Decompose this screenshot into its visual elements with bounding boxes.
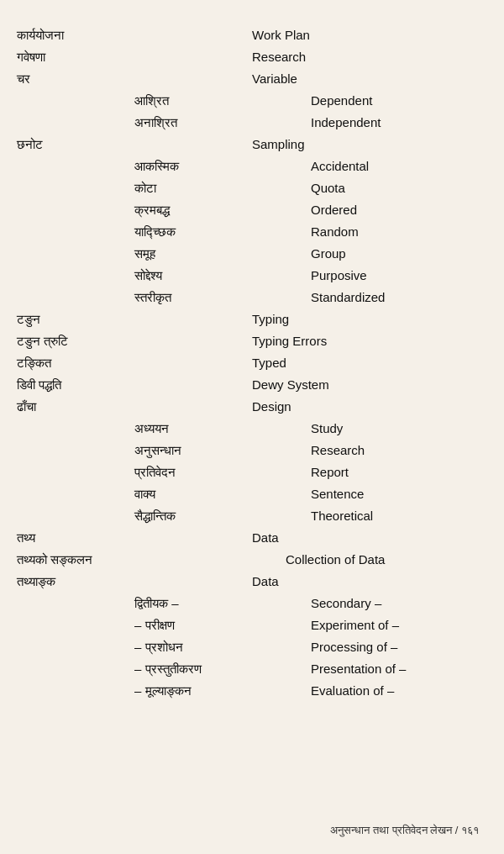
nepali-term: तथ्याङ्क	[17, 572, 168, 592]
english-sub-term: Processing of –	[311, 637, 397, 657]
table-row: – प्रशोधनProcessing of –	[17, 637, 479, 657]
english-sub-term: Sentence	[311, 484, 364, 504]
table-row: टङुन त्रुटिTyping Errors	[17, 331, 479, 351]
table-row: गवेषणाResearch	[17, 47, 479, 67]
table-row: स्तरीकृतStandardized	[17, 287, 479, 308]
footer-text: अनुसन्धान तथा प्रतिवेदन लेखन / १६१	[330, 824, 479, 837]
nepali-term: डिवी पद्धति	[17, 375, 168, 395]
english-term: Typing Errors	[252, 331, 327, 351]
english-term: Typing	[252, 309, 289, 329]
nepali-sub-term: अनुसन्धान	[134, 440, 260, 461]
english-sub-term: Standardized	[311, 287, 385, 308]
english-term: Dewy System	[252, 375, 329, 395]
english-term: Typed	[252, 353, 286, 373]
nepali-term: तथ्य	[17, 528, 168, 548]
nepali-sub-term: याद्च्छिक	[134, 222, 260, 242]
english-term: Variable	[252, 69, 297, 89]
nepali-term: तथ्यको सङ्कलन	[17, 550, 168, 570]
english-term: Design	[252, 397, 291, 417]
table-row: आकस्मिकAccidental	[17, 156, 479, 177]
table-row: सोद्देश्यPurposive	[17, 266, 479, 286]
english-sub-term: Independent	[311, 113, 381, 133]
table-row: अध्ययनStudy	[17, 419, 479, 439]
table-row: द्वितीयक –Secondary –	[17, 593, 479, 614]
english-term: Sampling	[252, 134, 305, 155]
english-sub-term: Research	[311, 440, 365, 461]
table-row: – परीक्षणExperiment of –	[17, 615, 479, 635]
english-sub-term: Evaluation of –	[311, 681, 394, 701]
nepali-sub-term: – प्रशोधन	[134, 637, 260, 657]
table-row: तथ्यData	[17, 528, 479, 548]
nepali-sub-term: – प्रस्तुतीकरण	[134, 659, 260, 679]
table-row: टङ्कितTyped	[17, 353, 479, 373]
table-row: टङुनTyping	[17, 309, 479, 329]
nepali-sub-term: वाक्य	[134, 484, 260, 504]
table-row: याद्च्छिकRandom	[17, 222, 479, 242]
english-sub-term: Presentation of –	[311, 659, 406, 679]
table-row: – मूल्याङ्कनEvaluation of –	[17, 681, 479, 701]
english-term: Collection of Data	[286, 550, 385, 570]
nepali-sub-term: आश्रित	[134, 91, 260, 111]
nepali-sub-term: समूह	[134, 244, 260, 264]
table-row: छनोटSampling	[17, 134, 479, 155]
nepali-sub-term: – मूल्याङ्कन	[134, 681, 260, 701]
table-row: वाक्यSentence	[17, 484, 479, 504]
nepali-term: ढाँचा	[17, 397, 168, 417]
nepali-term: टङुन त्रुटि	[17, 331, 168, 351]
table-row: डिवी पद्धतिDewy System	[17, 375, 479, 395]
english-sub-term: Accidental	[311, 156, 369, 177]
table-row: ढाँचाDesign	[17, 397, 479, 417]
table-row: समूहGroup	[17, 244, 479, 264]
table-row: अनुसन्धानResearch	[17, 440, 479, 461]
english-term: Research	[252, 47, 306, 67]
english-sub-term: Group	[311, 244, 346, 264]
english-sub-term: Dependent	[311, 91, 372, 111]
table-row: तथ्याङ्कData	[17, 572, 479, 592]
table-row: क्रमबद्धOrdered	[17, 200, 479, 220]
nepali-sub-term: द्वितीयक –	[134, 593, 260, 614]
english-term: Data	[252, 528, 279, 548]
nepali-term: गवेषणा	[17, 47, 168, 67]
table-row: तथ्यको सङ्कलनCollection of Data	[17, 550, 479, 570]
nepali-sub-term: क्रमबद्ध	[134, 200, 260, 220]
nepali-term: कार्ययोजना	[17, 25, 168, 45]
english-term: Data	[252, 572, 279, 592]
english-sub-term: Random	[311, 222, 359, 242]
english-sub-term: Quota	[311, 178, 345, 198]
english-sub-term: Purposive	[311, 266, 367, 286]
nepali-sub-term: प्रतिवेदन	[134, 462, 260, 482]
table-row: अनाश्रितIndependent	[17, 113, 479, 133]
english-sub-term: Secondary –	[311, 593, 381, 614]
english-sub-term: Ordered	[311, 200, 357, 220]
nepali-sub-term: स्तरीकृत	[134, 287, 260, 308]
nepali-sub-term: – परीक्षण	[134, 615, 260, 635]
english-sub-term: Report	[311, 462, 349, 482]
nepali-sub-term: आकस्मिक	[134, 156, 260, 177]
table-row: प्रतिवेदनReport	[17, 462, 479, 482]
page-container: कार्ययोजनाWork PlanगवेषणाResearchचरVaria…	[0, 0, 504, 753]
nepali-sub-term: अध्ययन	[134, 419, 260, 439]
nepali-term: छनोट	[17, 134, 168, 155]
nepali-sub-term: कोटा	[134, 178, 260, 198]
table-row: आश्रितDependent	[17, 91, 479, 111]
english-sub-term: Theoretical	[311, 506, 373, 526]
table-row: – प्रस्तुतीकरणPresentation of –	[17, 659, 479, 679]
english-term: Work Plan	[252, 25, 310, 45]
nepali-sub-term: सोद्देश्य	[134, 266, 260, 286]
nepali-sub-term: अनाश्रित	[134, 113, 260, 133]
nepali-sub-term: सैद्धान्तिक	[134, 506, 260, 526]
table-row: चरVariable	[17, 69, 479, 89]
nepali-term: टङुन	[17, 309, 168, 329]
english-sub-term: Experiment of –	[311, 615, 399, 635]
table-row: कोटाQuota	[17, 178, 479, 198]
nepali-term: चर	[17, 69, 168, 89]
table-row: कार्ययोजनाWork Plan	[17, 25, 479, 45]
english-sub-term: Study	[311, 419, 343, 439]
nepali-term: टङ्कित	[17, 353, 168, 373]
table-row: सैद्धान्तिकTheoretical	[17, 506, 479, 526]
